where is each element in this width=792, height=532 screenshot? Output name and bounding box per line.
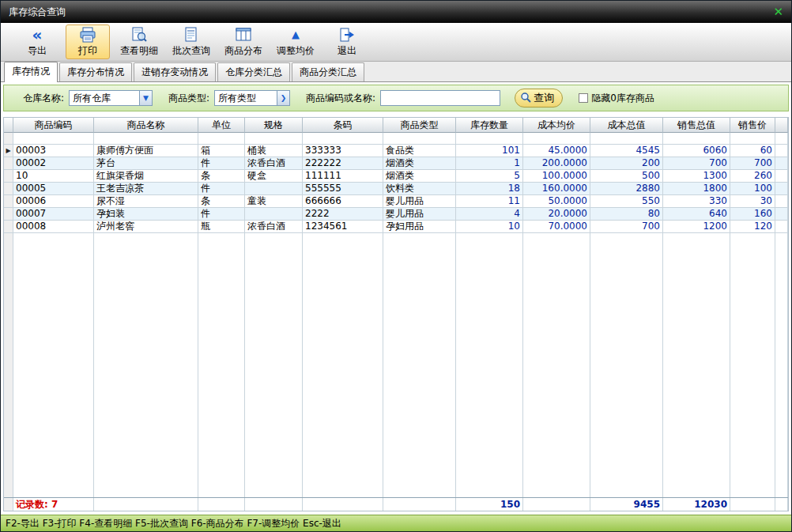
row-indicator — [4, 208, 13, 221]
column-header[interactable]: 商品名称 — [94, 118, 198, 133]
totals-cell — [245, 498, 303, 511]
exit-button[interactable]: 退出 — [325, 25, 369, 59]
column-header[interactable]: 成本总值 — [590, 118, 663, 133]
cell — [94, 233, 198, 497]
cell: 70.0000 — [523, 221, 590, 233]
tab-movement[interactable]: 进销存变动情况 — [134, 62, 216, 81]
cell: 00007 — [13, 208, 94, 221]
table-row[interactable]: 10红旗渠香烟条硬盒111111烟酒类5100.00005001300260 — [4, 170, 788, 183]
cell — [245, 183, 303, 195]
table-row[interactable]: 00002茅台件浓香白酒222222烟酒类1200.0000200700700 — [4, 157, 788, 170]
column-header[interactable]: 单位 — [198, 118, 245, 133]
cell: 浓香白酒 — [245, 157, 303, 170]
export-icon: « — [32, 27, 43, 43]
cell: 1800 — [663, 183, 730, 195]
cell: 婴儿用品 — [383, 208, 456, 221]
warehouse-label: 仓库名称: — [23, 92, 64, 105]
chevron-down-icon: ▼ — [139, 91, 152, 105]
totals-cell — [303, 498, 383, 511]
cell: 1 — [456, 157, 523, 170]
table-row[interactable]: 00005王老吉凉茶件555555饮料类18160.00002880180010… — [4, 183, 788, 195]
row-indicator — [4, 183, 13, 195]
column-header[interactable]: 成本均价 — [523, 118, 590, 133]
totals-cell — [94, 498, 198, 511]
table-row[interactable]: 00006尿不湿条童装666666婴儿用品1150.000055033030 — [4, 195, 788, 208]
record-count-label: 记录数: — [16, 499, 48, 511]
cell: 160 — [730, 208, 775, 221]
cell: 500 — [590, 170, 663, 183]
cell: 666666 — [303, 195, 383, 208]
table-row[interactable]: 00008泸州老窖瓶浓香白酒1234561孕妇用品1070.0000700120… — [4, 221, 788, 233]
cell-filler — [775, 195, 788, 208]
cell: 700 — [663, 157, 730, 170]
hide-zero-stock-checkbox[interactable] — [579, 93, 588, 103]
window-title: 库存综合查询 — [9, 6, 773, 19]
toolbar: « 导出 打印 — [1, 23, 791, 62]
cell — [245, 233, 303, 497]
filter-bar: 仓库名称: 所有仓库 ▼ 商品类型: 所有类型 ❯ 商品编码或名称: 查询 — [3, 85, 789, 111]
table-row[interactable]: 00007孕妇装件2222婴儿用品420.000080640160 — [4, 208, 788, 221]
cell — [663, 233, 730, 497]
column-header[interactable]: 销售总值 — [663, 118, 730, 133]
cell: 00002 — [13, 157, 94, 170]
cell: 件 — [198, 157, 245, 170]
adjust-price-icon: ▲ — [292, 27, 300, 43]
product-type-select[interactable]: 所有类型 ❯ — [214, 90, 290, 106]
keyword-label: 商品编码或名称: — [306, 92, 375, 105]
cell: 泸州老窖 — [94, 221, 198, 233]
cell — [94, 133, 198, 145]
cell — [523, 233, 590, 497]
tab-stock-status[interactable]: 库存情况 — [4, 62, 58, 82]
status-bar: F2-导出 F3-打印 F4-查看明细 F5-批次查询 F6-商品分布 F7-调… — [1, 515, 791, 531]
cell: 2222 — [303, 208, 383, 221]
column-header[interactable]: 商品类型 — [383, 118, 456, 133]
tab-warehouse-summary[interactable]: 仓库分类汇总 — [217, 62, 290, 81]
keyword-input[interactable] — [380, 90, 500, 106]
cell — [383, 233, 456, 497]
search-icon — [520, 92, 531, 105]
warehouse-select[interactable]: 所有仓库 ▼ — [69, 90, 153, 106]
cell-filler — [775, 221, 788, 233]
cell: 120 — [730, 221, 775, 233]
product-type-label: 商品类型: — [168, 92, 209, 105]
record-count: 记录数: 7 — [13, 498, 94, 511]
cell: 30 — [730, 195, 775, 208]
cell: 6060 — [663, 145, 730, 157]
cell — [590, 233, 663, 497]
cell: 5 — [456, 170, 523, 183]
batch-query-button[interactable]: 批次查询 — [168, 25, 214, 59]
tab-stock-distribution[interactable]: 库存分布情况 — [59, 62, 132, 81]
cell: 1200 — [663, 221, 730, 233]
cell: 100 — [730, 183, 775, 195]
cell: 50.0000 — [523, 195, 590, 208]
cell: 700 — [590, 221, 663, 233]
totals-cell — [383, 498, 456, 511]
row-indicator — [4, 157, 13, 170]
cell: 18 — [456, 183, 523, 195]
tab-product-summary[interactable]: 商品分类汇总 — [292, 62, 364, 81]
column-header[interactable]: 条码 — [303, 118, 383, 133]
cell: 婴儿用品 — [383, 195, 456, 208]
export-button[interactable]: « 导出 — [15, 25, 59, 59]
column-header[interactable]: 销售价 — [730, 118, 775, 133]
cell: 00005 — [13, 183, 94, 195]
view-detail-button[interactable]: 查看明细 — [116, 25, 162, 59]
table-row[interactable]: ▶00003康师傅方便面箱桶装333333食品类10145.0000454560… — [4, 145, 788, 157]
total-sale-value: 12030 — [663, 498, 730, 511]
totals-cell — [523, 498, 590, 511]
row-indicator — [4, 170, 13, 183]
cell: 条 — [198, 170, 245, 183]
column-header[interactable]: 商品编码 — [13, 118, 94, 133]
column-header[interactable]: 库存数量 — [456, 118, 523, 133]
print-button[interactable]: 打印 — [66, 25, 110, 59]
cell-filler — [775, 208, 788, 221]
close-icon[interactable]: ✕ — [773, 6, 783, 18]
tab-bar: 库存情况 库存分布情况 进销存变动情况 仓库分类汇总 商品分类汇总 — [1, 62, 791, 82]
record-count-value: 7 — [51, 499, 58, 511]
adjust-price-button[interactable]: ▲ 调整均价 — [273, 25, 319, 59]
column-header[interactable]: 规格 — [245, 118, 303, 133]
distribution-button[interactable]: 商品分布 — [221, 25, 266, 59]
query-button[interactable]: 查询 — [515, 89, 563, 108]
app-window: 库存综合查询 ✕ « 导出 打印 — [0, 0, 792, 532]
hide-zero-stock-option: 隐藏0库存商品 — [579, 92, 654, 105]
